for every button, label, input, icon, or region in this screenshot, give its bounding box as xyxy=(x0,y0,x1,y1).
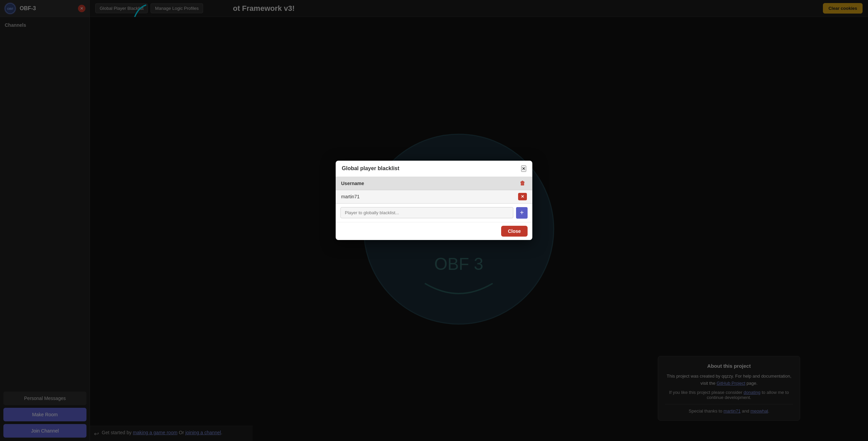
modal-overlay: Global player blacklist ✕ Username 🗑 xyxy=(0,0,868,441)
modal-header: Global player blacklist ✕ xyxy=(336,161,532,177)
blacklist-player-input[interactable] xyxy=(340,207,513,218)
table-row: martin71✕ xyxy=(336,190,532,203)
modal-footer: + xyxy=(336,203,532,222)
modal-close-x-button[interactable]: ✕ xyxy=(521,165,526,172)
trash-column-header: 🗑 xyxy=(513,177,532,190)
username-column-header: Username xyxy=(336,177,513,190)
modal-dialog: Global player blacklist ✕ Username 🗑 xyxy=(336,161,532,240)
modal-title: Global player blacklist xyxy=(342,165,399,172)
blacklist-table-body: martin71✕ xyxy=(336,190,532,203)
add-to-blacklist-button[interactable]: + xyxy=(516,207,528,219)
blacklist-table: Username 🗑 martin71✕ xyxy=(336,177,532,203)
blacklist-scroll-area[interactable]: Username 🗑 martin71✕ xyxy=(336,177,532,203)
remove-user-cell: ✕ xyxy=(513,190,532,203)
trash-icon: 🗑 xyxy=(520,180,525,186)
remove-user-button[interactable]: ✕ xyxy=(518,193,527,200)
username-cell: martin71 xyxy=(336,190,513,203)
modal-body: Username 🗑 martin71✕ xyxy=(336,177,532,203)
table-header-row: Username 🗑 xyxy=(336,177,532,190)
close-modal-button[interactable]: Close xyxy=(501,226,528,237)
modal-action-row: Close xyxy=(336,222,532,240)
